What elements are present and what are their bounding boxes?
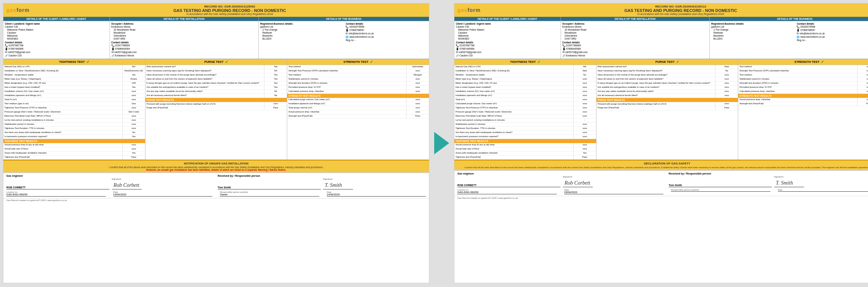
table-row: Stabilisation period in minutesxxxx: [454, 123, 596, 127]
doc2-main-title: GAS TESTING AND PURGING RECORD - NON DOM…: [484, 8, 868, 13]
doc1-strength-check: ✓: [370, 60, 373, 64]
table-row: Stabilisation period in minutesxxxx: [287, 77, 429, 81]
table-row: Meter type (e.g. Rotary / Diaphragm)xxxx: [454, 77, 596, 81]
table-row: Maximum Permitted Leak Rate: MPLR m³/hou…: [3, 114, 145, 118]
doc2-received-name: Tom Smith: [669, 184, 772, 187]
doc2-strength-rows: Test methodxxxxStrength Test Pressure (S…: [738, 65, 868, 94]
table-row: Purge test (Pass/Fail)Pass: [596, 106, 738, 110]
table-row: Natural Gas (NG) or LPGNO: [3, 65, 145, 69]
doc1-engineer-sig: Rob Corbett: [112, 180, 142, 189]
table-row: Strength Test Pressure (STP) calculated …: [738, 69, 868, 73]
table-row: Calculated pressure drop: mbar/barxxxx: [287, 90, 429, 94]
table-row: Installation pipework and fittings (m³)x…: [3, 94, 145, 98]
doc2-purge-rows: Risk assessment carried out?NewHave nece…: [596, 65, 738, 98]
doc2-licence-row: Licence no GAS-ENG-990/99 Date 23/04/202…: [457, 189, 868, 194]
table-row: Permitted pressure drop: % STPxxxx: [738, 86, 868, 90]
table-row: Are all necessary electrical bonds fitte…: [145, 94, 287, 98]
doc1-notification-normal: I confirm that all of the above work des…: [6, 166, 427, 169]
table-row: Has a meter bypass been installed?Yes: [3, 86, 145, 90]
doc1-logo: gasform: [6, 7, 30, 13]
doc1-section-headers: DETAILS OF THE CLIENT / LANDLORD / AGENT…: [3, 17, 429, 21]
doc1-strength-rows: Test methodHydrostaticStrength Test Pres…: [287, 65, 429, 94]
table-row: Strength Test Pressure (STP) calculated …: [287, 69, 429, 73]
doc1-install-details: Occupier / Address Endeavour Morse 15 Wo…: [110, 21, 259, 59]
table-row: Meter designation (e.g. U40, U16, FF etc…: [454, 81, 596, 86]
doc1-subtitle: In accordance with the Gas Safety (Insta…: [33, 13, 426, 15]
table-row: Tightness Test Pressure (TTP) in mbar/ba…: [454, 106, 596, 110]
doc1-business-header: DETAILS OF THE BUSINESS: [259, 17, 429, 21]
table-row: Strength test (Pass/Fail)Pass: [738, 102, 868, 106]
doc2-install-details: Occupier / Address Endeavour Morse 15 Wo…: [561, 21, 710, 59]
doc2-purge-results: Proceed with purge recording final test …: [596, 102, 738, 110]
doc1-received-block: Received by / Responsible person Tom Smi…: [218, 175, 426, 189]
doc2-received-block: Received by / Responsible person Tom Smi…: [669, 172, 868, 187]
table-row: Strength test duration (STD) in minutesx…: [738, 81, 868, 86]
table-row: Installation volume (IV): Gas meter (m³)…: [454, 90, 596, 94]
table-row: Total IV (m³)xxxx: [3, 98, 145, 102]
table-row: Proceed with purge recording final test …: [145, 102, 287, 106]
table-row: Has a meter bypass been installed?xxxx: [454, 86, 596, 90]
doc1-strength-header: STRENGTH TEST ✓: [287, 59, 429, 65]
table-row: If using nitrogen gas as an indirect pur…: [596, 81, 738, 86]
doc1-notification-warning: However, an unsafe gas installation has …: [6, 169, 427, 171]
table-row: Let by test period: existing installatio…: [3, 118, 145, 123]
doc2-purge-check: ✓: [676, 60, 679, 64]
table-row: Tightness Test Duration: TTD in minutesx…: [454, 127, 596, 131]
doc1-title-block: RECORD NO: GSR-20200413125052 GAS TESTIN…: [33, 5, 426, 15]
doc2-strength-block: STRENGTH TEST ✓ Test methodxxxxStrength …: [738, 59, 868, 160]
transition-arrow: [432, 3, 451, 283]
doc2-section-headers: DETAILS OF THE CLIENT / LANDLORD / AGENT…: [454, 17, 868, 21]
doc1-strength-results-header: STRENGTH TEST RESULTS: [287, 94, 429, 98]
table-row: Total purge volume (m³)xxxx: [287, 106, 429, 110]
doc1-sig-section: Gas engineer ROB CORBETT Signature Rob C…: [3, 173, 429, 198]
doc1-tightness-rows: Natural Gas (NG) or LPGNOInstallation is…: [3, 65, 145, 139]
doc1-sig-row: Gas engineer ROB CORBETT Signature Rob C…: [6, 175, 426, 189]
doc2-tightness-results: Actual pressure drop (if any at all) mba…: [454, 143, 596, 160]
table-row: Areas with inadequate ventilation checke…: [454, 151, 596, 155]
doc1-notification-title: NOTIFICATION OF UNSAFE GAS INSTALLATION: [6, 162, 427, 165]
table-row: Actual pressure drop (if any at all) mba…: [454, 143, 596, 147]
doc2-received-date: Date: [778, 189, 868, 194]
doc2-strength-header: STRENGTH TEST ✓: [738, 59, 868, 65]
doc1-received-name: Tom Smith: [218, 186, 321, 189]
table-row: Test mediumNitrogen: [287, 73, 429, 77]
doc2-engineer-block: Gas engineer ROB CORBETT Signature Rob C…: [457, 172, 666, 187]
doc2-strength-check: ✓: [821, 60, 824, 64]
table-row: Actual leak rate m³/hourxxxx: [3, 147, 145, 151]
doc1-client-header: DETAILS OF THE CLIENT / LANDLORD / AGENT: [3, 17, 110, 21]
doc1-strength-results: Calculated purge volume: Gas meter (m³)x…: [287, 98, 429, 118]
doc2-received-sig: T. Smith: [774, 178, 804, 187]
table-row: Weather - temperature stableNo: [454, 73, 596, 77]
doc2-sig-section: Gas engineer ROB CORBETT Signature Rob C…: [454, 170, 868, 196]
doc2-tightness-rows: Natural Gas (NG) or LPGNGInstallation is…: [454, 65, 596, 139]
doc2-title-block: RECORD NO: GSR-20200423100112 GAS TESTIN…: [484, 5, 868, 15]
table-row: Stabilisation period in minutesxxxx: [3, 123, 145, 127]
doc1-received-date: Date 14/04/2020: [327, 191, 426, 197]
doc2-declaration-text: I confirm that all the work described on…: [457, 166, 868, 169]
table-row: Total (m³)xxxx: [454, 98, 596, 102]
doc1-position-value: Owner: [220, 193, 319, 197]
doc2-client-details: Client / Landlord / Agent name Caution C…: [454, 21, 561, 59]
doc2-engineer-name: ROB CORBETT: [457, 184, 561, 187]
table-row: Are there any areas with inadequate vent…: [3, 131, 145, 135]
doc2-tightness-check: ✓: [537, 60, 540, 64]
table-row: Installation is: New / New/Extension (NE…: [454, 69, 596, 73]
doc1-purge-block: PURGE TEST ✓ Risk assessment carried out…: [145, 59, 288, 160]
table-row: Pressure gauge (Std U tube / Reduced sca…: [454, 110, 596, 114]
table-row: If using nitrogen gas as an indirect pur…: [145, 81, 287, 86]
arrow-shape: [434, 132, 449, 154]
table-row: Have all persons in the vicinity of the …: [145, 73, 287, 77]
doc1-tightness-block: TIGHTNESS TEST ✓ Natural Gas (NG) or LPG…: [3, 59, 145, 160]
doc1-date-value: 14/04/2020: [113, 193, 213, 197]
table-row: Have necessary warning signs (eg No Smok…: [145, 69, 287, 73]
table-row: Pressure gauge (Std U tube / Reduced sca…: [3, 110, 145, 114]
doc2-client-header: DETAILS OF THE CLIENT / LANDLORD / AGENT: [454, 17, 561, 21]
table-row: Tightness Test Duration: TTD in minutesx…: [3, 127, 145, 131]
table-row: Proceed with purge recording final test …: [596, 102, 738, 106]
doc2-engineer-sig: Rob Corbett: [563, 178, 593, 187]
doc1-main-title: GAS TESTING AND PURGING RECORD - NON DOM…: [33, 8, 426, 13]
table-row: Installation is: New / New/Extension (NE…: [3, 69, 145, 73]
table-row: Stabilisation period in minutesxxxx: [738, 77, 868, 81]
doc1-purge-header: PURGE TEST ✓: [145, 59, 287, 65]
table-row: Are two way radios available (must be in…: [145, 90, 287, 94]
